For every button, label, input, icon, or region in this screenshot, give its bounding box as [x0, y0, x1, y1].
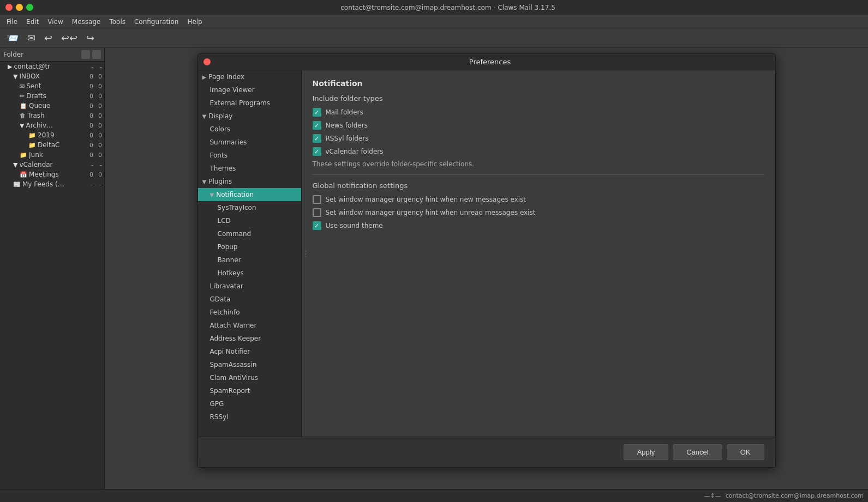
menu-message[interactable]: Message — [68, 17, 105, 27]
resize-handle[interactable]: ⋮ — [302, 249, 310, 259]
folder-item-feeds[interactable]: 📰 My Feeds (… - - — [0, 179, 104, 189]
menu-help[interactable]: Help — [183, 17, 206, 27]
feeds-icon: 📰 — [13, 181, 21, 188]
include-folder-types-label: Include folder types — [313, 94, 764, 102]
folder-item-inbox[interactable]: ▼ INBOX 0 0 — [0, 71, 104, 81]
status-icon: —↕— — [704, 492, 721, 499]
nav-lcd[interactable]: LCD — [198, 214, 301, 227]
folder-icon: 📁 — [28, 132, 36, 139]
menu-bar: File Edit View Message Tools Configurati… — [0, 15, 868, 28]
checkbox-rssyl-folders[interactable]: ✓ — [313, 134, 321, 143]
nav-clam-antivirus[interactable]: Clam AntiVirus — [198, 371, 301, 384]
toolbar-compose[interactable]: ✉ — [24, 30, 39, 46]
folder-item-deltac[interactable]: 📁 DeltaC 0 0 — [0, 140, 104, 150]
window-buttons — [5, 4, 33, 11]
maximize-button[interactable] — [26, 4, 33, 11]
trash-icon: 🗑 — [20, 112, 26, 119]
nav-plugins[interactable]: ▼ Plugins — [198, 175, 301, 188]
urgency-unread-label: Set window manager urgency hint when unr… — [326, 209, 536, 216]
checkbox-vcalendar-folders[interactable]: ✓ — [313, 147, 321, 156]
drafts-icon: ✏ — [20, 93, 25, 100]
nav-attach-warner[interactable]: Attach Warner — [198, 319, 301, 332]
sent-icon: ✉ — [20, 83, 25, 90]
nav-popup[interactable]: Popup — [198, 240, 301, 253]
folder-icon-2[interactable] — [92, 50, 101, 59]
nav-acpi-notifier[interactable]: Acpi Notifier — [198, 345, 301, 358]
menu-configuration[interactable]: Configuration — [130, 17, 183, 27]
folder-item-queue[interactable]: 📋 Queue 0 0 — [0, 101, 104, 111]
checkbox-row-urgency-unread: Set window manager urgency hint when unr… — [313, 208, 764, 217]
checkbox-urgency-new[interactable] — [313, 195, 321, 204]
nav-summaries[interactable]: Summaries — [198, 136, 301, 149]
nav-rssyl[interactable]: RSSyl — [198, 410, 301, 424]
checkbox-sound-theme[interactable]: ✓ — [313, 221, 321, 230]
nav-external-programs[interactable]: External Programs — [198, 96, 301, 110]
folder-item-meetings[interactable]: 📅 Meetings 0 0 — [0, 170, 104, 179]
checkbox-news-folders[interactable]: ✓ — [313, 121, 321, 130]
nav-colors[interactable]: Colors — [198, 123, 301, 136]
menu-file[interactable]: File — [2, 17, 22, 27]
nav-spamassassin[interactable]: SpamAssassin — [198, 358, 301, 371]
minimize-button[interactable] — [16, 4, 23, 11]
expand-icon: ▶ — [202, 74, 207, 80]
folder-icon-1[interactable] — [81, 50, 90, 59]
junk-icon: 📁 — [20, 152, 27, 159]
folder-item-trash[interactable]: 🗑 Trash 0 0 — [0, 111, 104, 120]
folder-item-vcalendar[interactable]: ▼ vCalendar - - — [0, 160, 104, 170]
menu-view[interactable]: View — [43, 17, 67, 27]
toolbar-forward[interactable]: ↪ — [83, 30, 98, 46]
close-button[interactable] — [5, 4, 13, 11]
nav-gdata[interactable]: GData — [198, 293, 301, 306]
nav-gpg[interactable]: GPG — [198, 397, 301, 410]
dialog-body: ▶ Page Index Image Viewer External Progr… — [198, 70, 775, 437]
toolbar-reply[interactable]: ↩ — [41, 30, 56, 46]
dialog-footer: Apply Cancel OK — [198, 437, 775, 467]
global-settings-label: Global notification settings — [313, 182, 764, 190]
dialog-sidebar: ▶ Page Index Image Viewer External Progr… — [198, 70, 302, 437]
nav-address-keeper[interactable]: Address Keeper — [198, 332, 301, 345]
urgency-new-label: Set window manager urgency hint when new… — [326, 196, 526, 203]
nav-fonts[interactable]: Fonts — [198, 149, 301, 162]
folder-item-drafts[interactable]: ✏ Drafts 0 0 — [0, 91, 104, 101]
nav-fetchinfo[interactable]: Fetchinfo — [198, 306, 301, 319]
nav-banner[interactable]: Banner — [198, 253, 301, 267]
plugins-expand-icon: ▼ — [202, 179, 207, 185]
menu-edit[interactable]: Edit — [22, 17, 43, 27]
folder-item-contact[interactable]: ▶ contact@tr - - — [0, 62, 104, 71]
divider — [313, 174, 764, 175]
preferences-dialog: Preferences ▶ Page Index Image Viewer Ex… — [197, 53, 776, 468]
nav-themes[interactable]: Themes — [198, 162, 301, 175]
toolbar-reply-all[interactable]: ↩↩ — [58, 30, 81, 46]
folder-item-junk[interactable]: 📁 Junk 0 0 — [0, 150, 104, 160]
sound-theme-label: Use sound theme — [326, 222, 383, 229]
toolbar-get-mail[interactable]: 📨 — [3, 30, 22, 46]
checkbox-urgency-unread[interactable] — [313, 208, 321, 217]
checkbox-row-news: ✓ News folders — [313, 121, 764, 130]
nav-command[interactable]: Command — [198, 227, 301, 240]
cancel-button[interactable]: Cancel — [673, 444, 722, 460]
nav-systrayicon[interactable]: SysTrayIcon — [198, 201, 301, 214]
checkbox-row-mail: ✓ Mail folders — [313, 108, 764, 117]
folder-icon: 📁 — [28, 142, 36, 149]
menu-tools[interactable]: Tools — [105, 17, 130, 27]
apply-button[interactable]: Apply — [624, 444, 669, 460]
status-right: —↕— contact@tromsite.com@imap.dreamhost.… — [704, 492, 864, 499]
folder-item-archive[interactable]: ▼ Archiv… 0 0 — [0, 120, 104, 130]
checkbox-row-vcalendar: ✓ vCalendar folders — [313, 147, 764, 156]
folder-expand-icon: ▶ — [8, 63, 12, 70]
dialog-close-button[interactable] — [203, 58, 211, 65]
note-text: These settings override folder-specific … — [313, 160, 764, 168]
checkbox-mail-folders[interactable]: ✓ — [313, 108, 321, 117]
ok-button[interactable]: OK — [727, 444, 764, 460]
folder-item-2019[interactable]: 📁 2019 0 0 — [0, 130, 104, 140]
nav-libravatar[interactable]: Libravatar — [198, 280, 301, 293]
nav-display[interactable]: ▼ Display — [198, 110, 301, 123]
nav-page-index[interactable]: ▶ Page Index — [198, 70, 301, 83]
nav-image-viewer[interactable]: Image Viewer — [198, 83, 301, 96]
mail-folders-label: Mail folders — [326, 108, 363, 116]
nav-notification[interactable]: ▼ Notification — [198, 188, 301, 201]
window-title: contact@tromsite.com@imap.dreamhost.com … — [33, 4, 863, 11]
nav-spamreport[interactable]: SpamReport — [198, 384, 301, 397]
nav-hotkeys[interactable]: Hotkeys — [198, 267, 301, 280]
folder-item-sent[interactable]: ✉ Sent 0 0 — [0, 81, 104, 91]
